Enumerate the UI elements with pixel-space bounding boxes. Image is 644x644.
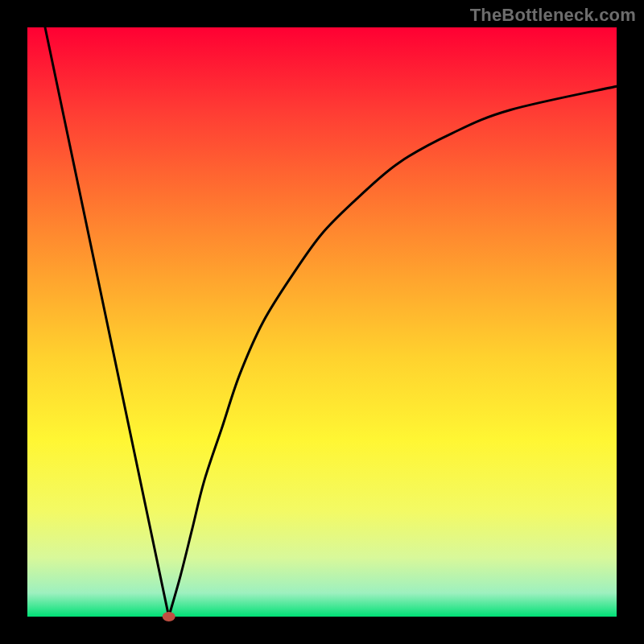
minimum-marker: [163, 612, 175, 621]
plot-area: [27, 27, 617, 617]
watermark-text: TheBottleneck.com: [470, 5, 636, 26]
curve-segment-b: [169, 86, 617, 617]
curve-segment-a: [45, 27, 169, 617]
curve-svg: [27, 27, 617, 617]
chart-container: TheBottleneck.com: [0, 0, 644, 644]
